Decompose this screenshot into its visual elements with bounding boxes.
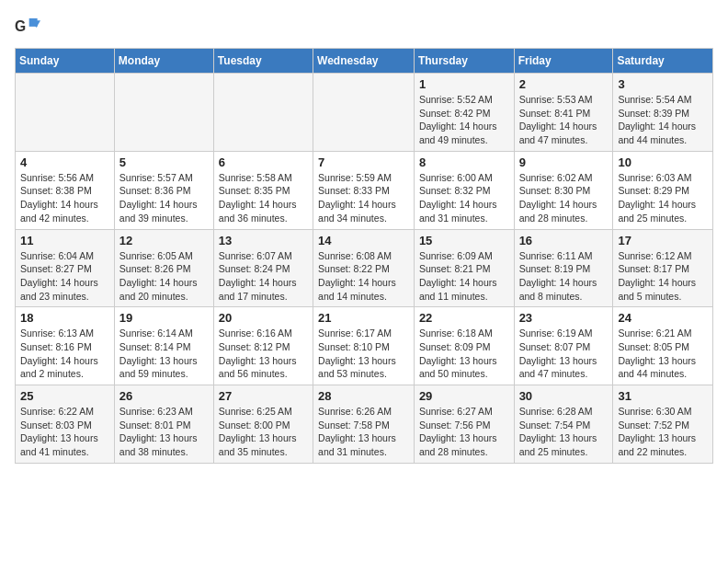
day-number: 15 <box>419 234 509 247</box>
day-number: 30 <box>519 389 609 403</box>
calendar-cell: 8Sunrise: 6:00 AM Sunset: 8:32 PM Daylig… <box>414 151 514 229</box>
calendar-cell: 22Sunrise: 6:18 AM Sunset: 8:09 PM Dayli… <box>414 307 514 385</box>
calendar-cell: 20Sunrise: 6:16 AM Sunset: 8:12 PM Dayli… <box>213 307 313 385</box>
header-row: SundayMondayTuesdayWednesdayThursdayFrid… <box>16 49 713 74</box>
day-info: Sunrise: 6:03 AM Sunset: 8:29 PM Dayligh… <box>618 171 708 225</box>
calendar-cell: 26Sunrise: 6:23 AM Sunset: 8:01 PM Dayli… <box>114 385 213 464</box>
day-number: 8 <box>419 155 509 169</box>
calendar-cell: 31Sunrise: 6:30 AM Sunset: 7:52 PM Dayli… <box>613 385 713 464</box>
day-info: Sunrise: 5:58 AM Sunset: 8:35 PM Dayligh… <box>219 171 308 225</box>
calendar-cell: 25Sunrise: 6:22 AM Sunset: 8:03 PM Dayli… <box>16 385 115 464</box>
calendar-cell: 24Sunrise: 6:21 AM Sunset: 8:05 PM Dayli… <box>613 307 713 385</box>
day-info: Sunrise: 6:09 AM Sunset: 8:21 PM Dayligh… <box>419 249 509 304</box>
calendar-cell <box>213 74 313 152</box>
day-info: Sunrise: 6:28 AM Sunset: 7:54 PM Dayligh… <box>519 405 609 459</box>
logo: G <box>15 15 44 40</box>
calendar-cell: 10Sunrise: 6:03 AM Sunset: 8:29 PM Dayli… <box>613 151 713 229</box>
day-info: Sunrise: 6:05 AM Sunset: 8:26 PM Dayligh… <box>119 249 209 304</box>
header-day-monday: Monday <box>114 49 213 74</box>
calendar-cell: 6Sunrise: 5:58 AM Sunset: 8:35 PM Daylig… <box>213 151 313 229</box>
calendar-cell: 16Sunrise: 6:11 AM Sunset: 8:19 PM Dayli… <box>514 229 613 307</box>
day-number: 6 <box>219 155 308 169</box>
day-number: 28 <box>318 389 409 403</box>
calendar-week-3: 11Sunrise: 6:04 AM Sunset: 8:27 PM Dayli… <box>16 229 713 307</box>
calendar-cell: 13Sunrise: 6:07 AM Sunset: 8:24 PM Dayli… <box>213 229 313 307</box>
calendar-header: SundayMondayTuesdayWednesdayThursdayFrid… <box>16 49 713 74</box>
day-info: Sunrise: 6:17 AM Sunset: 8:10 PM Dayligh… <box>318 327 409 381</box>
calendar-cell: 12Sunrise: 6:05 AM Sunset: 8:26 PM Dayli… <box>114 229 213 307</box>
day-number: 29 <box>419 389 509 403</box>
logo-icon: G <box>15 15 40 40</box>
day-info: Sunrise: 6:16 AM Sunset: 8:12 PM Dayligh… <box>219 327 308 381</box>
calendar-cell: 14Sunrise: 6:08 AM Sunset: 8:22 PM Dayli… <box>313 229 415 307</box>
calendar-week-1: 1Sunrise: 5:52 AM Sunset: 8:42 PM Daylig… <box>16 74 713 152</box>
day-number: 21 <box>318 311 409 325</box>
day-number: 4 <box>20 155 109 169</box>
day-info: Sunrise: 6:04 AM Sunset: 8:27 PM Dayligh… <box>20 249 109 304</box>
day-number: 27 <box>219 389 308 403</box>
calendar-table: SundayMondayTuesdayWednesdayThursdayFrid… <box>15 48 713 464</box>
calendar-cell: 18Sunrise: 6:13 AM Sunset: 8:16 PM Dayli… <box>16 307 115 385</box>
day-number: 10 <box>618 155 708 169</box>
calendar-cell <box>16 74 115 152</box>
day-number: 2 <box>519 77 609 91</box>
day-number: 24 <box>618 311 708 325</box>
calendar-week-4: 18Sunrise: 6:13 AM Sunset: 8:16 PM Dayli… <box>16 307 713 385</box>
calendar-cell: 2Sunrise: 5:53 AM Sunset: 8:41 PM Daylig… <box>514 74 613 152</box>
day-info: Sunrise: 6:25 AM Sunset: 8:00 PM Dayligh… <box>219 405 308 459</box>
day-number: 20 <box>219 311 308 325</box>
day-info: Sunrise: 5:53 AM Sunset: 8:41 PM Dayligh… <box>519 93 609 147</box>
header-day-saturday: Saturday <box>613 49 713 74</box>
day-number: 18 <box>20 311 109 325</box>
day-info: Sunrise: 6:12 AM Sunset: 8:17 PM Dayligh… <box>618 249 708 304</box>
calendar-cell: 28Sunrise: 6:26 AM Sunset: 7:58 PM Dayli… <box>313 385 415 464</box>
calendar-cell: 5Sunrise: 5:57 AM Sunset: 8:36 PM Daylig… <box>114 151 213 229</box>
calendar-cell: 23Sunrise: 6:19 AM Sunset: 8:07 PM Dayli… <box>514 307 613 385</box>
day-number: 22 <box>419 311 509 325</box>
day-info: Sunrise: 5:54 AM Sunset: 8:39 PM Dayligh… <box>618 93 708 147</box>
calendar-cell <box>313 74 415 152</box>
day-number: 11 <box>20 234 109 247</box>
day-number: 16 <box>519 234 609 247</box>
day-info: Sunrise: 6:21 AM Sunset: 8:05 PM Dayligh… <box>618 327 708 381</box>
day-number: 12 <box>119 234 209 247</box>
calendar-cell: 15Sunrise: 6:09 AM Sunset: 8:21 PM Dayli… <box>414 229 514 307</box>
day-number: 17 <box>618 234 708 247</box>
calendar-cell: 29Sunrise: 6:27 AM Sunset: 7:56 PM Dayli… <box>414 385 514 464</box>
calendar-cell: 21Sunrise: 6:17 AM Sunset: 8:10 PM Dayli… <box>313 307 415 385</box>
calendar-cell: 1Sunrise: 5:52 AM Sunset: 8:42 PM Daylig… <box>414 74 514 152</box>
calendar-cell: 11Sunrise: 6:04 AM Sunset: 8:27 PM Dayli… <box>16 229 115 307</box>
header-day-friday: Friday <box>514 49 613 74</box>
day-number: 3 <box>618 77 708 91</box>
calendar-cell: 7Sunrise: 5:59 AM Sunset: 8:33 PM Daylig… <box>313 151 415 229</box>
page-header: G <box>15 15 713 40</box>
calendar-cell: 19Sunrise: 6:14 AM Sunset: 8:14 PM Dayli… <box>114 307 213 385</box>
header-day-sunday: Sunday <box>16 49 115 74</box>
header-day-tuesday: Tuesday <box>213 49 313 74</box>
day-info: Sunrise: 6:18 AM Sunset: 8:09 PM Dayligh… <box>419 327 509 381</box>
day-info: Sunrise: 6:14 AM Sunset: 8:14 PM Dayligh… <box>119 327 209 381</box>
day-info: Sunrise: 5:56 AM Sunset: 8:38 PM Dayligh… <box>20 171 109 225</box>
calendar-cell: 4Sunrise: 5:56 AM Sunset: 8:38 PM Daylig… <box>16 151 115 229</box>
day-info: Sunrise: 6:07 AM Sunset: 8:24 PM Dayligh… <box>219 249 308 304</box>
calendar-cell: 9Sunrise: 6:02 AM Sunset: 8:30 PM Daylig… <box>514 151 613 229</box>
day-info: Sunrise: 6:11 AM Sunset: 8:19 PM Dayligh… <box>519 249 609 304</box>
calendar-cell <box>114 74 213 152</box>
calendar-cell: 17Sunrise: 6:12 AM Sunset: 8:17 PM Dayli… <box>613 229 713 307</box>
header-day-wednesday: Wednesday <box>313 49 415 74</box>
calendar-week-5: 25Sunrise: 6:22 AM Sunset: 8:03 PM Dayli… <box>16 385 713 464</box>
calendar-week-2: 4Sunrise: 5:56 AM Sunset: 8:38 PM Daylig… <box>16 151 713 229</box>
day-number: 9 <box>519 155 609 169</box>
calendar-body: 1Sunrise: 5:52 AM Sunset: 8:42 PM Daylig… <box>16 74 713 464</box>
day-info: Sunrise: 5:52 AM Sunset: 8:42 PM Dayligh… <box>419 93 509 147</box>
day-number: 13 <box>219 234 308 247</box>
calendar-cell: 30Sunrise: 6:28 AM Sunset: 7:54 PM Dayli… <box>514 385 613 464</box>
day-number: 31 <box>618 389 708 403</box>
calendar-cell: 3Sunrise: 5:54 AM Sunset: 8:39 PM Daylig… <box>613 74 713 152</box>
day-number: 26 <box>119 389 209 403</box>
day-info: Sunrise: 6:26 AM Sunset: 7:58 PM Dayligh… <box>318 405 409 459</box>
day-info: Sunrise: 5:59 AM Sunset: 8:33 PM Dayligh… <box>318 171 409 225</box>
day-info: Sunrise: 6:02 AM Sunset: 8:30 PM Dayligh… <box>519 171 609 225</box>
day-info: Sunrise: 6:30 AM Sunset: 7:52 PM Dayligh… <box>618 405 708 459</box>
header-day-thursday: Thursday <box>414 49 514 74</box>
